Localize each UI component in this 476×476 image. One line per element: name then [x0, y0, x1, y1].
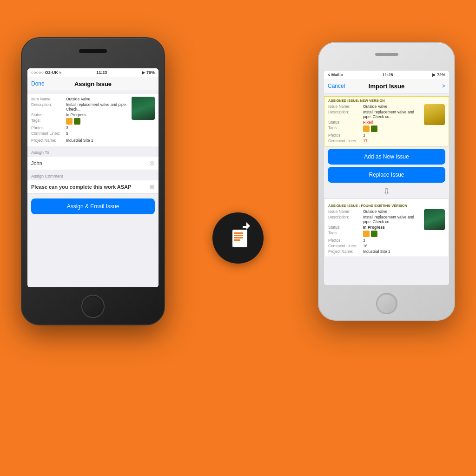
photos-value-left: 3 [66, 126, 129, 130]
assignee-clear-icon[interactable]: ⊗ [149, 159, 155, 167]
status-bar-right: < Mail ≈ 11:28 ▶ 72% [324, 71, 449, 79]
home-button-left[interactable] [81, 295, 105, 318]
content-left: Item Name: Outside Valve Description: In… [27, 91, 159, 287]
assign-comment-value: Please can you complete this work ASAP [31, 184, 131, 190]
r-comment-lines-value: 17 [363, 139, 422, 143]
home-button-right[interactable] [376, 293, 397, 314]
r-tag-green [371, 126, 377, 132]
battery-right: ▶ 72% [432, 73, 445, 77]
e-tag-green [371, 231, 377, 237]
item-name-value: Outside Valve [66, 97, 129, 101]
e-project-label: Project Name: [328, 249, 363, 254]
phone-camera-dark [79, 49, 107, 53]
r-status-value: Fixed [363, 120, 422, 125]
e-comment-lines-label: Comment Lines: [328, 244, 363, 248]
e-desc-value: Install replacement valve and pipe. Chec… [363, 215, 422, 224]
nav-title-left: Assign Issue [74, 80, 112, 87]
e-status-label: Status: [328, 225, 363, 230]
phone-camera-light [375, 53, 398, 56]
phone-body-light: < Mail ≈ 11:28 ▶ 72% Cancel Import Issue… [318, 42, 455, 321]
svg-rect-4 [234, 239, 240, 241]
tags-label-left: Tags: [31, 118, 66, 123]
assign-comment-header: Assign Comment [27, 172, 159, 180]
time-left: 11:23 [96, 70, 107, 75]
r-issue-name-label: Issue Name: [328, 104, 363, 109]
phone-body-dark: ○○○○○ O2-UK ≈ 11:23 ▶ 76% Done Assign Is… [21, 37, 165, 325]
nav-bar-left: Done Assign Issue [27, 77, 159, 91]
comment-lines-value-left: 5 [66, 131, 129, 136]
nav-title-right: Import Issue [369, 83, 404, 90]
r-photos-label: Photos: [328, 133, 363, 138]
e-status-value: In Progress [363, 225, 422, 230]
tag-yellow-left [66, 118, 73, 125]
svg-rect-3 [234, 237, 243, 238]
logo-svg [219, 219, 257, 257]
replace-issue-button[interactable]: Replace Issue [328, 167, 445, 183]
add-new-issue-button[interactable]: Add as New Issue [328, 149, 445, 165]
time-right: 11:28 [383, 73, 393, 77]
battery-left: ▶ 76% [142, 70, 155, 75]
e-issue-name-value: Outside Valve [363, 209, 422, 214]
comment-clear-icon[interactable]: ⊗ [149, 183, 155, 191]
comment-lines-label-left: Comment Lines: [31, 131, 66, 136]
thumbnail-left [132, 97, 155, 120]
r-issue-name-value: Outside Valve [363, 104, 422, 109]
e-comment-lines-value: 16 [363, 244, 422, 248]
new-version-title: ASSIGNED ISSUE: NEW VERSION [328, 99, 445, 103]
description-label-left: Description: [31, 102, 66, 107]
status-value-left: In Progress [66, 112, 129, 117]
r-comment-lines-label: Comment Lines: [328, 139, 363, 143]
done-button[interactable]: Done [31, 80, 45, 87]
assignee-field[interactable]: John ⊗ [27, 157, 159, 170]
r-thumbnail-new [424, 104, 445, 125]
issue-card-left: Item Name: Outside Valve Description: In… [27, 94, 159, 146]
project-name-value-left: Industrial Site 1 [66, 138, 155, 143]
phone-screen-right: < Mail ≈ 11:28 ▶ 72% Cancel Import Issue… [324, 71, 449, 285]
e-tag-yellow [363, 231, 370, 237]
e-photos-label: Photos: [328, 238, 363, 243]
svg-rect-2 [234, 235, 243, 236]
description-value-left: Install replacement valve and pipe. Chec… [66, 102, 129, 112]
e-project-value: Industrial Site 1 [363, 249, 422, 254]
status-label-left: Status: [31, 112, 66, 117]
e-photos-value: 3 [363, 238, 422, 243]
right-phone: < Mail ≈ 11:28 ▶ 72% Cancel Import Issue… [318, 42, 455, 321]
tag-green-left [74, 118, 80, 125]
assignee-value: John [31, 160, 42, 166]
existing-version-title: ASSIGNED ISSUE : FOUND EXISTING VERSION [328, 204, 445, 208]
content-right: ASSIGNED ISSUE: NEW VERSION Issue Name: … [324, 93, 449, 285]
status-bar-left: ○○○○○ O2-UK ≈ 11:23 ▶ 76% [27, 68, 159, 77]
nav-bar-right: Cancel Import Issue > [324, 79, 449, 93]
e-tags [363, 231, 377, 237]
r-thumbnail-existing [424, 209, 445, 230]
carrier-left: ○○○○○ O2-UK ≈ [31, 70, 61, 75]
item-name-label: Item Name: [31, 97, 66, 101]
e-issue-name-label: Issue Name: [328, 209, 363, 214]
tags-left [66, 118, 80, 125]
main-scene: ○○○○○ O2-UK ≈ 11:23 ▶ 76% Done Assign Is… [0, 0, 476, 476]
r-tags [363, 126, 377, 132]
center-logo [212, 212, 264, 264]
r-photos-value: 3 [363, 133, 422, 138]
r-tag-yellow [363, 126, 370, 132]
cancel-button[interactable]: Cancel [328, 83, 345, 89]
existing-version-banner: ASSIGNED ISSUE : FOUND EXISTING VERSION … [324, 198, 449, 257]
svg-rect-1 [234, 232, 243, 234]
carrier-right: < Mail ≈ [328, 73, 343, 77]
project-name-label-left: Project Name: [31, 138, 66, 143]
assign-comment-field[interactable]: Please can you complete this work ASAP ⊗ [27, 180, 159, 194]
arrow-down-icon: ⇩ [324, 185, 449, 198]
r-desc-value: Install replacement valve and pipe. Chec… [363, 110, 422, 119]
photos-label-left: Photos: [31, 126, 66, 130]
r-tags-label: Tags: [328, 126, 363, 130]
logo-circle [212, 212, 264, 264]
phone-screen-left: ○○○○○ O2-UK ≈ 11:23 ▶ 76% Done Assign Is… [27, 68, 159, 287]
assign-email-button[interactable]: Assign & Email Issue [31, 198, 155, 214]
nav-chevron-right: > [442, 83, 445, 89]
r-status-label: Status: [328, 120, 363, 125]
left-phone: ○○○○○ O2-UK ≈ 11:23 ▶ 76% Done Assign Is… [21, 37, 165, 325]
assign-to-header: Assign To [27, 148, 159, 157]
r-desc-label: Description: [328, 110, 363, 114]
e-desc-label: Description: [328, 215, 363, 219]
e-tags-label: Tags: [328, 231, 363, 235]
